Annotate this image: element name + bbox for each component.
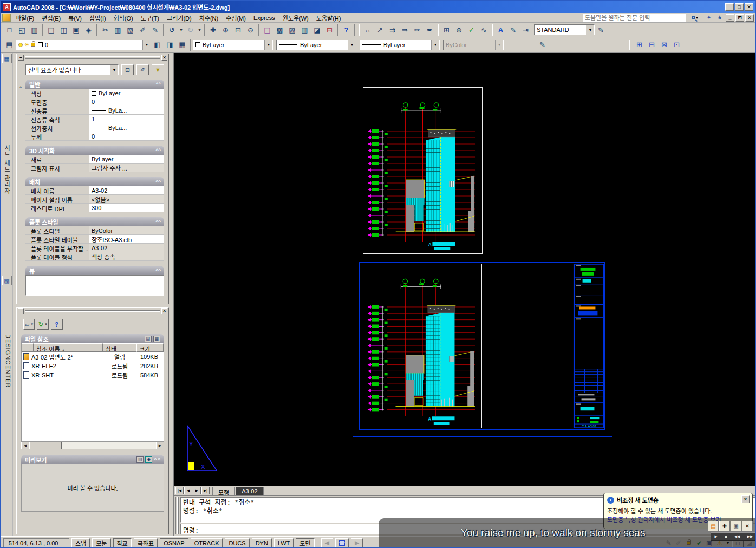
collapse-icon[interactable]: ^ ^ [155,269,160,272]
dim-style-icon[interactable]: A [494,24,507,36]
prop-row[interactable]: 래스터로 DPI300 [25,204,164,212]
palette-close-button[interactable]: ✕ [161,308,167,314]
favorites-star-icon[interactable]: ★ [715,14,725,22]
layer-previous-icon[interactable]: ◨ [164,39,176,51]
tree-view-icon[interactable]: ▦ [153,336,160,342]
xref-grab-bar[interactable]: − ✕ [17,308,168,315]
dim-center-mark-icon[interactable]: ⊕ [453,24,465,36]
section-general[interactable]: 일반 ^ ^ [25,80,164,89]
menu-tools[interactable]: 도구(T) [137,13,163,23]
drawing-canvas[interactable]: Y X [173,53,756,486]
tab-first-icon[interactable]: |◀ [175,487,184,494]
color-combo[interactable]: ByLayer ▾ [193,40,273,50]
command-drag-handle[interactable] [175,497,179,534]
new-file-icon[interactable]: □ [3,24,16,36]
xref-row-current[interactable]: A3-02 입면도-2* 열림 109KB [22,352,164,361]
redo-dropdown-icon[interactable]: ▾ [197,24,203,36]
sheetset-dock-icon[interactable]: ▦ [2,54,12,63]
dim-update-icon[interactable]: ✎ [595,24,607,36]
section-plot-style[interactable]: 플롯 스타일 ^ ^ [25,217,164,226]
player-move-icon[interactable]: ✚ [719,521,730,531]
scroll-up-icon[interactable]: ^ [19,86,22,91]
save-icon[interactable]: ▦ [28,24,41,36]
horizontal-scrollbar[interactable]: ◀ ▶ [21,442,164,449]
quick-select-button[interactable]: ▼ [152,64,164,75]
match-properties-icon[interactable]: ✐ [136,24,149,36]
ducs-toggle[interactable]: DUCS [225,538,249,548]
prev-layout-icon[interactable]: ◀ [321,538,333,548]
zoom-previous-icon[interactable]: ⊖ [244,24,257,36]
tab-prev-icon[interactable]: ◀ [184,487,192,494]
prop-row[interactable]: 선가중치ByLa... [25,123,164,132]
undo-icon[interactable]: ↺ [166,24,178,36]
menu-draw[interactable]: 그리기(D) [163,13,195,23]
attach-dwg-button[interactable]: ▱▾ [23,319,35,330]
help-search-input[interactable] [583,14,686,22]
viewport-clip-icon[interactable]: ⊡ [670,39,683,51]
menu-express[interactable]: Express [250,14,279,22]
dim-baseline-icon[interactable]: ⇉ [386,24,399,36]
collapse-icon[interactable]: ^ ^ [154,457,160,462]
prop-row[interactable]: 선종류ByLa... [25,106,164,115]
column-ref-name[interactable]: 참조 이름 ▲ [34,343,103,352]
player-close-icon[interactable]: ✕ [742,521,753,531]
cut-icon[interactable]: ✂ [99,24,112,36]
prop-row[interactable]: 플롯 테이블 형식색상 종속 [25,252,164,261]
minimize-button[interactable]: _ [725,3,734,11]
mdi-minimize-button[interactable]: _ [726,14,734,22]
prop-row[interactable]: 재료ByLayer [25,155,164,164]
menu-view[interactable]: 뷰(V) [64,13,86,23]
chevron-down-icon[interactable]: ▾ [431,40,439,50]
undo-dropdown-icon[interactable]: ▾ [178,24,184,36]
edit-attributes-icon[interactable]: ✎ [536,39,549,51]
collapse-icon[interactable]: ^ ^ [155,149,160,152]
pan-icon[interactable]: ✚ [207,24,219,36]
prop-row[interactable]: 플롯 스타일ByColor [25,226,164,235]
communication-center-icon[interactable]: ✦ [704,14,714,22]
linetype-combo[interactable]: ByLayer ▾ [276,40,356,50]
prop-row[interactable]: 도면층0 [25,97,164,106]
zoom-window-icon[interactable]: ⊡ [232,24,244,36]
dim-jogged-icon[interactable]: ∿ [478,24,490,36]
prop-row[interactable]: 그림자 표시그림자 주사 ... [25,164,164,172]
menu-help[interactable]: 도움말(H) [312,13,345,23]
markup-set-icon[interactable]: ◪ [311,24,323,36]
dim-aligned-icon[interactable]: ↗ [374,24,386,36]
polar-toggle[interactable]: 극좌표 [134,538,158,548]
prop-row[interactable]: 페이지 설정 이름<없음> [25,195,164,204]
column-size[interactable]: 크기 [136,343,164,352]
palette-collapse-button[interactable]: − [18,55,24,61]
chevron-down-icon[interactable]: ▾ [142,40,151,50]
xref-row[interactable]: XR-SHT 로드됨 584KB [22,370,164,380]
designcenter-icon[interactable]: ▩ [273,24,286,36]
tab-layout-a3-02[interactable]: A3-02 [236,487,263,495]
select-objects-button[interactable]: ✐ [136,64,149,75]
3d-dwf-icon[interactable]: ◈ [82,24,95,36]
prop-row[interactable]: 배치 이름A3-02 [25,186,164,195]
block-editor-icon[interactable]: ✎ [149,24,161,36]
preview-zoom-icon[interactable]: ⊕ [145,456,152,463]
ortho-toggle[interactable]: 직교 [113,538,132,548]
chevron-down-icon[interactable]: ▾ [110,65,118,75]
list-view-icon[interactable]: ▤ [145,336,152,342]
designcenter-dock-icon[interactable]: ▩ [2,276,12,285]
prop-row[interactable]: 색상ByLayer [25,89,164,97]
file-references-header[interactable]: 파일 참조 ▤ ▦ [21,334,164,343]
menu-window[interactable]: 윈도우(W) [279,13,312,23]
menu-insert[interactable]: 삽입(I) [86,13,110,23]
collapse-icon[interactable]: ^ ^ [155,180,160,184]
lwt-toggle[interactable]: LWT [274,538,294,548]
xref-row[interactable]: XR-ELE2 로드됨 282KB [22,361,164,370]
properties-palette-icon[interactable]: ▤ [261,24,273,36]
notification-close-icon[interactable]: ✕ [741,495,750,503]
scroll-left-icon[interactable]: ◀ [21,442,29,449]
make-object-layer-current-icon[interactable]: ◧ [151,39,164,51]
dim-edit-icon[interactable]: ✒ [423,24,436,36]
lineweight-combo[interactable]: ByLayer ▾ [360,40,440,50]
player-playlist-icon[interactable]: ▤ [708,521,719,531]
dim-style-combo[interactable]: STANDARD ▾ [534,24,595,35]
selection-combo[interactable]: 선택 요소가 없습니다 ▾ [25,64,119,75]
publish-icon[interactable]: ▣ [70,24,82,36]
prop-row[interactable]: 플롯 스타일 테이블창조ISO-A3.ctb [25,235,164,244]
tab-next-icon[interactable]: ▶ [193,487,201,494]
